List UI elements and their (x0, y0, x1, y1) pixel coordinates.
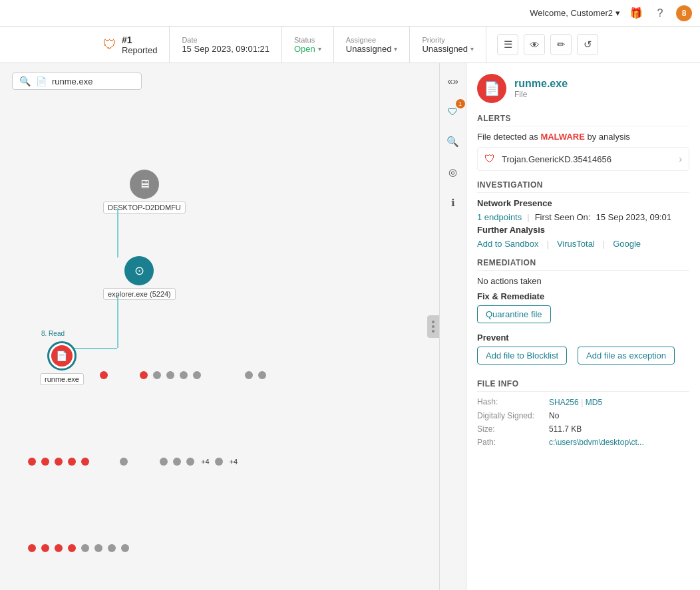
collapse-icon[interactable]: «» (444, 71, 462, 90)
path-row: Path: c:\users\bdvm\desktop\ct... (477, 438, 689, 447)
hash-row: Hash: SHA256 | MD5 (477, 397, 689, 407)
search-graph-icon[interactable]: 🔍 (444, 132, 462, 151)
side-toggle[interactable] (427, 315, 439, 338)
info-icon[interactable]: ℹ (444, 194, 462, 212)
md5-link[interactable]: MD5 (586, 398, 602, 407)
size-row: Size: 511.7 KB (477, 424, 689, 434)
alert-icon-btn[interactable]: 🛡 1 (444, 102, 462, 120)
dot-gray-6[interactable] (258, 371, 266, 379)
further-links: Add to Sandbox | VirusTotal | Google (477, 239, 689, 249)
case-assignee-block: Assignee Unassigned ▾ (334, 27, 411, 63)
malware-badge: MALWARE (540, 132, 584, 142)
dot-red-4[interactable] (41, 458, 49, 466)
desktop-node[interactable]: 🖥 DESKTOP-D2DDMFU (103, 170, 186, 214)
dot-row-7 (28, 544, 129, 552)
assignee-dropdown-arrow[interactable]: ▾ (394, 45, 397, 53)
dot-gray-3[interactable] (180, 371, 188, 379)
status-dropdown-arrow[interactable]: ▾ (318, 45, 321, 53)
list-icon[interactable]: ☰ (497, 34, 518, 55)
dot-red-1[interactable] (100, 371, 108, 379)
blocklist-button[interactable]: Add file to Blocklist (477, 347, 567, 365)
explorer-node[interactable]: ⊙ explorer.exe (5224) (103, 256, 176, 300)
edit-icon[interactable]: ✏ (550, 34, 572, 55)
alert-prefix: File detected as (477, 132, 538, 142)
path-label: Path: (477, 438, 544, 447)
dot-gray-12[interactable] (81, 544, 89, 552)
file-info-title: FILE INFO (477, 379, 689, 392)
status-value: Open (294, 44, 315, 54)
dot-red-8[interactable] (28, 544, 36, 552)
dot-red-11[interactable] (68, 544, 76, 552)
dot-gray-1[interactable] (153, 371, 161, 379)
dot-red-6[interactable] (68, 458, 76, 466)
further-sep-2: | (603, 239, 605, 249)
toggle-dot-1 (432, 321, 435, 323)
dot-gray-7[interactable] (120, 458, 128, 466)
dot-red-5[interactable] (55, 458, 63, 466)
priority-dropdown-arrow[interactable]: ▾ (470, 45, 474, 53)
path-value[interactable]: c:\users\bdvm\desktop\ct... (549, 438, 644, 447)
target-icon[interactable]: ◎ (444, 163, 462, 182)
date-value: 15 Sep 2023, 09:01:21 (182, 44, 269, 54)
dot-gray-14[interactable] (108, 544, 116, 552)
case-status-block: Status Open ▾ (282, 27, 334, 63)
network-presence-label: Network Presence (477, 198, 689, 208)
topbar: Welcome, Customer2 ▾ 🎁 ? 8 (0, 0, 700, 27)
dot-gray-13[interactable] (94, 544, 102, 552)
prevent-label: Prevent (477, 333, 689, 343)
dot-gray-2[interactable] (166, 371, 174, 379)
dot-gray-11[interactable] (215, 458, 223, 466)
gift-icon[interactable]: 🎁 (628, 5, 644, 21)
toggle-dot-3 (432, 330, 435, 333)
investigation-title: INVESTIGATION (477, 180, 689, 193)
connector-explorer-runme (117, 295, 118, 348)
dot-red-7[interactable] (81, 458, 89, 466)
action-icons: ☰ 👁 ✏ ↺ (486, 27, 609, 63)
dot-red-10[interactable] (55, 544, 63, 552)
priority-label: Priority (422, 36, 474, 44)
eye-icon[interactable]: 👁 (524, 34, 545, 55)
google-link[interactable]: Google (613, 239, 641, 249)
more-label-2: +4 (230, 458, 238, 466)
welcome-menu[interactable]: Welcome, Customer2 ▾ (530, 8, 620, 18)
refresh-icon[interactable]: ↺ (577, 34, 598, 55)
dot-gray-9[interactable] (173, 458, 181, 466)
file-type: File (514, 90, 568, 99)
digitally-signed-value: No (549, 411, 559, 420)
more-label-1: +4 (201, 458, 210, 466)
sha256-link[interactable]: SHA256 (549, 398, 579, 407)
runme-node[interactable]: 8. Read 📄 runme.exe (40, 341, 84, 385)
right-sidebar: «» 🛡 1 🔍 ◎ ℹ 📄 runme.exe File ALERTS (439, 63, 700, 590)
fix-remediate-label: Fix & Remediate (477, 291, 689, 301)
dot-red-9[interactable] (41, 544, 49, 552)
add-to-sandbox-link[interactable]: Add to Sandbox (477, 239, 539, 249)
alert-description: File detected as MALWARE by analysis (477, 132, 689, 142)
hash-label: Hash: (477, 397, 544, 406)
explorer-node-label: explorer.exe (5224) (103, 288, 176, 300)
trojan-alert-icon: 🛡 (484, 153, 495, 165)
notification-badge[interactable]: 8 (676, 5, 692, 21)
file-name: runme.exe (514, 78, 568, 90)
virustotal-link[interactable]: VirusTotal (557, 239, 595, 249)
dot-gray-5[interactable] (245, 371, 253, 379)
dot-gray-10[interactable] (186, 458, 194, 466)
dot-row-3 (245, 371, 266, 379)
size-value: 511.7 KB (549, 424, 582, 434)
runme-node-label: runme.exe (40, 373, 84, 385)
help-icon[interactable]: ? (652, 5, 668, 21)
exception-button[interactable]: Add file as exception (578, 347, 675, 365)
connector-desktop-explorer (117, 208, 118, 257)
desktop-node-icon: 🖥 (130, 170, 159, 199)
size-label: Size: (477, 424, 544, 434)
further-analysis-label: Further Analysis (477, 225, 689, 235)
dot-red-2[interactable] (140, 371, 148, 379)
quarantine-button[interactable]: Quarantine file (477, 305, 551, 323)
dot-gray-15[interactable] (121, 544, 129, 552)
remediation-title: REMEDIATION (477, 258, 689, 271)
endpoints-link[interactable]: 1 endpoints (477, 212, 522, 222)
dot-red-3[interactable] (28, 458, 36, 466)
dot-gray-4[interactable] (193, 371, 201, 379)
dot-gray-8[interactable] (160, 458, 168, 466)
trojan-alert-row[interactable]: 🛡 Trojan.GenericKD.35414656 › (477, 147, 689, 171)
dot-row-5 (120, 458, 128, 466)
